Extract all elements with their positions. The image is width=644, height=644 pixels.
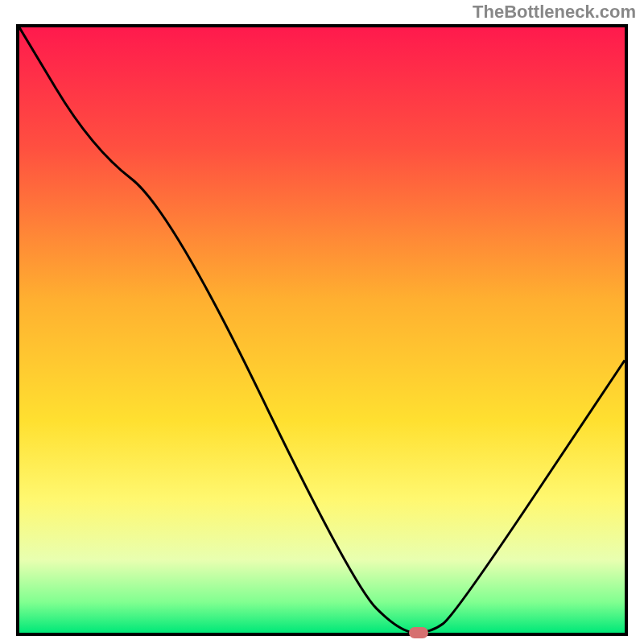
bottleneck-curve [19,27,625,633]
plot-area [16,24,628,636]
curve-layer [19,27,625,633]
chart-container: TheBottleneck.com [0,0,644,644]
watermark-text: TheBottleneck.com [473,2,636,23]
optimal-marker [409,627,428,638]
